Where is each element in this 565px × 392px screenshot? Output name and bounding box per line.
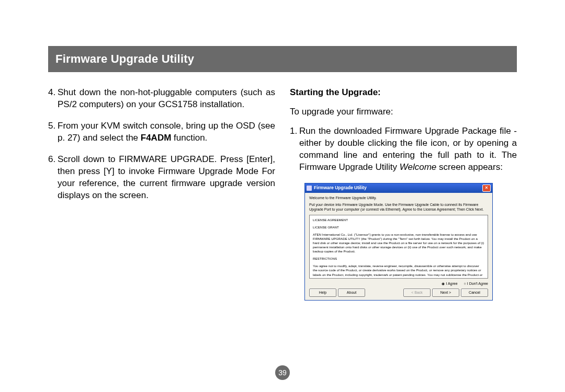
dialog-body: Welcome to the Firmware Upgrade Utility.… — [305, 193, 492, 300]
step-body: From your KVM switch console, bring up t… — [58, 120, 275, 144]
lead-text: To upgrade your firmware: — [290, 106, 517, 118]
step-number: 1. — [290, 125, 299, 174]
radio-label: I Don't Agree — [467, 282, 488, 285]
step-body: Shut down the non-hot-pluggable computer… — [58, 87, 275, 111]
restrictions-heading: RESTRICTIONS — [313, 257, 484, 261]
step-4: 4. Shut down the non-hot-pluggable compu… — [48, 87, 275, 111]
agree-radios: ◉ I Agree ○ I Don't Agree — [309, 281, 488, 286]
about-button[interactable]: About — [338, 289, 365, 296]
left-column: 4. Shut down the non-hot-pluggable compu… — [48, 87, 275, 301]
screenshot-wrapper: Firmware Upgrade Utility × Welcome to th… — [304, 183, 517, 301]
step-number: 5. — [48, 120, 58, 144]
dialog-button-row: Help About < Back Next > Cancel — [309, 289, 488, 296]
subheading: Starting the Upgrade: — [290, 87, 517, 99]
content-columns: 4. Shut down the non-hot-pluggable compu… — [48, 87, 517, 301]
firmware-dialog: Firmware Upgrade Utility × Welcome to th… — [304, 183, 493, 301]
back-button[interactable]: < Back — [403, 289, 431, 296]
page-number-badge: 39 — [275, 365, 290, 380]
page-number: 39 — [278, 368, 287, 377]
close-icon[interactable]: × — [482, 185, 491, 192]
manual-page: Firmware Upgrade Utility 4. Shut down th… — [0, 0, 565, 392]
step-number: 4. — [48, 87, 58, 111]
license-textbox[interactable]: LICENSE AGREEMENT LICENSE GRANT ATEN Int… — [309, 215, 488, 279]
step-number: 6. — [48, 154, 58, 202]
help-button[interactable]: Help — [309, 289, 336, 296]
app-icon — [307, 186, 312, 191]
next-button[interactable]: Next > — [432, 289, 459, 296]
instruction-text: Put your device into Firmware Upgrade Mo… — [309, 203, 488, 212]
text-run: screen appears: — [436, 162, 503, 172]
page-title-banner: Firmware Upgrade Utility — [48, 46, 517, 72]
license-heading: LICENSE AGREEMENT — [313, 218, 484, 222]
step-6: 6. Scroll down to FIRMWARE UPGRADE. Pres… — [48, 154, 275, 202]
welcome-text: Welcome to the Firmware Upgrade Utility. — [309, 196, 488, 201]
step-1: 1. Run the downloaded Firmware Upgrade P… — [290, 125, 517, 174]
text-run: function. — [171, 133, 207, 143]
disagree-radio[interactable]: ○ I Don't Agree — [464, 282, 488, 285]
cancel-button[interactable]: Cancel — [461, 289, 488, 296]
step-body: Scroll down to FIRMWARE UPGRADE. Press [… — [58, 154, 275, 202]
banner-text: Firmware Upgrade Utility — [55, 52, 194, 65]
text-bold: F4ADM — [141, 133, 172, 143]
button-spacer — [367, 289, 402, 296]
step-5: 5. From your KVM switch console, bring u… — [48, 120, 275, 144]
agree-radio[interactable]: ◉ I Agree — [442, 282, 457, 285]
license-grant-heading: LICENSE GRANT — [313, 225, 484, 229]
step-body: Run the downloaded Firmware Upgrade Pack… — [299, 125, 517, 174]
dialog-titlebar: Firmware Upgrade Utility × — [305, 183, 492, 193]
license-grant-body: ATEN International Co., Ltd. ("Licensor"… — [313, 233, 484, 253]
restrictions-body: You agree not to modify, adapt, translat… — [313, 264, 484, 279]
radio-label: I Agree — [446, 282, 457, 285]
text-italic: Welcome — [400, 162, 437, 172]
dialog-title: Firmware Upgrade Utility — [314, 185, 482, 191]
right-column: Starting the Upgrade: To upgrade your fi… — [290, 87, 517, 301]
